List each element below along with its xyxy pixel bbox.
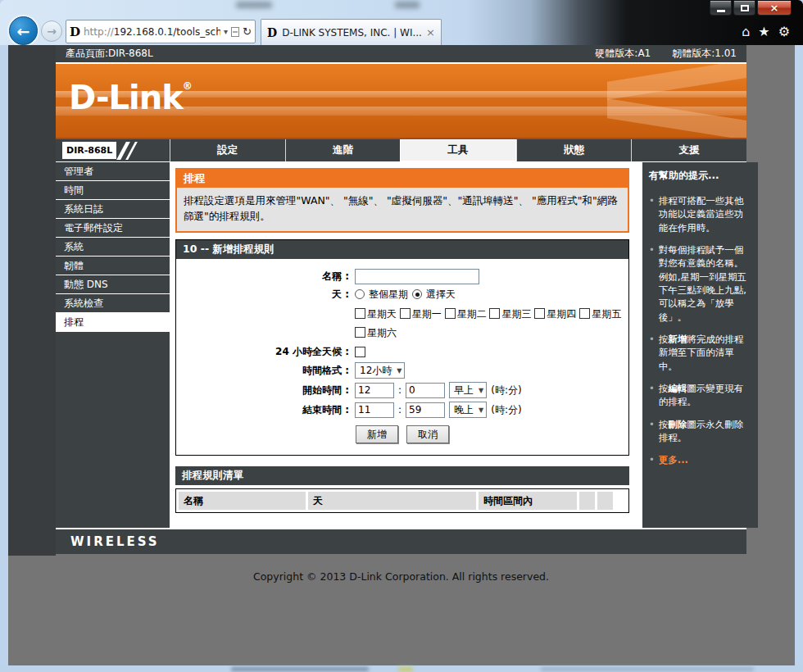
rule-table: 名稱 天 時間區間內 xyxy=(175,488,629,513)
cancel-button[interactable]: 取消 xyxy=(406,425,449,443)
sidebar-item-schedules[interactable]: 排程 xyxy=(56,313,170,332)
wireless-label: WIRELESS xyxy=(56,534,160,549)
select-days-radio[interactable] xyxy=(412,289,422,299)
weekday-checkboxes: 星期天 星期一 星期二 星期三 星期四 星期五 星期六 xyxy=(355,305,624,343)
product-topbar: 產品頁面:DIR-868L 硬體版本:A1 韌體版本:1.01 xyxy=(56,45,746,64)
bullet-icon: • xyxy=(649,453,655,466)
main-navbar: DIR-868L 設定 進階 工具 狀態 支援 xyxy=(56,138,746,162)
sunday-checkbox[interactable] xyxy=(355,308,365,319)
tab-tools[interactable]: 工具 xyxy=(400,139,516,161)
maximize-icon xyxy=(741,5,749,11)
firmware-version-label: 韌體版本:1.01 xyxy=(672,47,737,61)
end-minute-input[interactable] xyxy=(406,402,445,418)
start-ampm-select[interactable]: 早上▼ xyxy=(449,382,487,398)
maximize-button[interactable] xyxy=(733,1,755,16)
allday-checkbox[interactable] xyxy=(355,347,365,357)
all-week-radio[interactable] xyxy=(355,289,365,299)
rule-list-header: 排程規則清單 xyxy=(175,466,629,485)
page-left-margin xyxy=(8,45,56,556)
sidebar-item-firmware[interactable]: 韌體 xyxy=(56,257,170,275)
friday-checkbox[interactable] xyxy=(579,308,590,319)
thursday-checkbox[interactable] xyxy=(534,308,545,319)
end-ampm-select[interactable]: 晚上▼ xyxy=(449,402,487,418)
start-hour-input[interactable] xyxy=(355,383,394,398)
back-arrow-icon: ← xyxy=(17,22,30,40)
tab-close-icon[interactable]: × xyxy=(426,26,435,39)
end-time-row: 結束時間 : : 晚上▼ (時:分) xyxy=(181,402,624,418)
minimize-icon xyxy=(717,10,725,12)
url-text[interactable]: http://192.168.0.1/tools_sch.p xyxy=(84,26,220,38)
allday-row: 24 小時全天候 : xyxy=(181,345,624,359)
chevron-down-icon: ▼ xyxy=(479,387,483,394)
end-hour-input[interactable] xyxy=(355,402,394,418)
hour-minute-hint: (時:分) xyxy=(491,384,521,397)
add-schedule-box: 10 -- 新增排程規則 名稱 : 天 : 整個星期 xyxy=(175,239,629,456)
tuesday-label: 星期二 xyxy=(457,308,487,320)
bullet-icon: • xyxy=(649,333,655,373)
browser-back-button[interactable]: ← xyxy=(9,16,38,45)
content-row: 管理者 時間 系統日誌 電子郵件設定 系統 韌體 動態 DNS 系統檢查 排程 … xyxy=(56,162,746,528)
sidebar-item-email[interactable]: 電子郵件設定 xyxy=(56,219,170,238)
sidebar-item-system[interactable]: 系統 xyxy=(56,238,170,257)
sidebar-item-admin[interactable]: 管理者 xyxy=(56,162,170,181)
browser-tab[interactable]: D D-LINK SYSTEMS, INC. | WI... × xyxy=(261,19,442,45)
url-dropdown-icon[interactable]: ▾ xyxy=(224,27,228,36)
time-format-select[interactable]: 12小時▼ xyxy=(355,362,405,379)
bullet-icon: • xyxy=(649,194,655,234)
start-minute-input[interactable] xyxy=(406,383,445,398)
model-label: DIR-868L xyxy=(62,142,116,159)
hint-item: • 按刪除圖示永久刪除排程。 xyxy=(649,418,751,445)
sidebar-item-time[interactable]: 時間 xyxy=(56,181,170,200)
tab-advanced[interactable]: 進階 xyxy=(285,139,401,161)
saturday-checkbox[interactable] xyxy=(355,327,365,338)
wednesday-checkbox[interactable] xyxy=(489,308,500,319)
add-button[interactable]: 新增 xyxy=(356,425,398,443)
add-schedule-form: 名稱 : 天 : 整個星期 選擇天 xyxy=(176,259,628,456)
more-link[interactable]: 更多... xyxy=(659,453,688,466)
schedule-description: 排程設定選項是用來管理"WAN"、 "無線"、 "虛擬伺服器"、"通訊埠轉送"、… xyxy=(177,188,628,231)
close-icon: × xyxy=(770,2,779,14)
start-time-label: 開始時間 : xyxy=(181,384,349,397)
saturday-label: 星期六 xyxy=(367,327,397,338)
time-separator: : xyxy=(398,404,402,415)
sidebar-item-syscheck[interactable]: 系統檢查 xyxy=(56,294,170,313)
tab-status[interactable]: 狀態 xyxy=(516,139,632,161)
add-schedule-header: 10 -- 新增排程規則 xyxy=(176,240,628,259)
name-label: 名稱 : xyxy=(181,270,349,284)
sunday-label: 星期天 xyxy=(367,308,397,320)
close-button[interactable]: × xyxy=(757,1,792,16)
window-controls: × xyxy=(710,1,792,16)
day-label: 天 : xyxy=(181,288,349,302)
home-icon[interactable]: ⌂ xyxy=(742,24,750,39)
taskbar-sliver xyxy=(0,665,803,672)
sidebar-item-ddns[interactable]: 動態 DNS xyxy=(56,275,170,294)
minimize-button[interactable] xyxy=(710,1,732,16)
forward-arrow-icon: → xyxy=(47,25,57,38)
hardware-version-label: 硬體版本:A1 xyxy=(595,47,651,61)
model-area: DIR-868L xyxy=(56,139,170,161)
wireless-footer-bar: WIRELESS xyxy=(56,528,746,554)
chevron-down-icon: ▼ xyxy=(397,367,402,375)
compatibility-view-icon[interactable] xyxy=(231,27,239,37)
browser-forward-button[interactable]: → xyxy=(41,20,62,42)
tuesday-checkbox[interactable] xyxy=(445,308,456,319)
chevron-down-icon: ▼ xyxy=(479,406,483,414)
time-format-row: 時間格式 : 12小時▼ xyxy=(181,362,624,379)
banner-chevron xyxy=(607,98,746,138)
sidebar-item-syslog[interactable]: 系統日誌 xyxy=(56,200,170,219)
tools-sidebar: 管理者 時間 系統日誌 電子郵件設定 系統 韌體 動態 DNS 系統檢查 排程 xyxy=(56,162,170,528)
tab-support[interactable]: 支援 xyxy=(631,139,746,161)
refresh-icon[interactable]: ↻ xyxy=(243,25,252,38)
favorites-star-icon[interactable]: ★ xyxy=(758,24,769,39)
site-favicon: D xyxy=(70,25,80,39)
schedule-name-input[interactable] xyxy=(355,269,479,284)
address-bar[interactable]: D http://192.168.0.1/tools_sch.p ▾ ↻ xyxy=(66,20,256,43)
hint-item: • 排程可搭配一些其他功能以定義當這些功能在作用時。 xyxy=(649,194,751,234)
monday-checkbox[interactable] xyxy=(400,308,411,319)
hint-item: • 按編輯圖示變更現有的排程。 xyxy=(649,382,751,409)
hour-minute-hint: (時:分) xyxy=(491,403,521,417)
settings-gear-icon[interactable]: ⚙ xyxy=(778,24,790,39)
main-panel: 排程 排程設定選項是用來管理"WAN"、 "無線"、 "虛擬伺服器"、"通訊埠轉… xyxy=(170,162,641,528)
schedule-intro-box: 排程 排程設定選項是用來管理"WAN"、 "無線"、 "虛擬伺服器"、"通訊埠轉… xyxy=(175,168,629,233)
tab-setup[interactable]: 設定 xyxy=(170,139,285,161)
